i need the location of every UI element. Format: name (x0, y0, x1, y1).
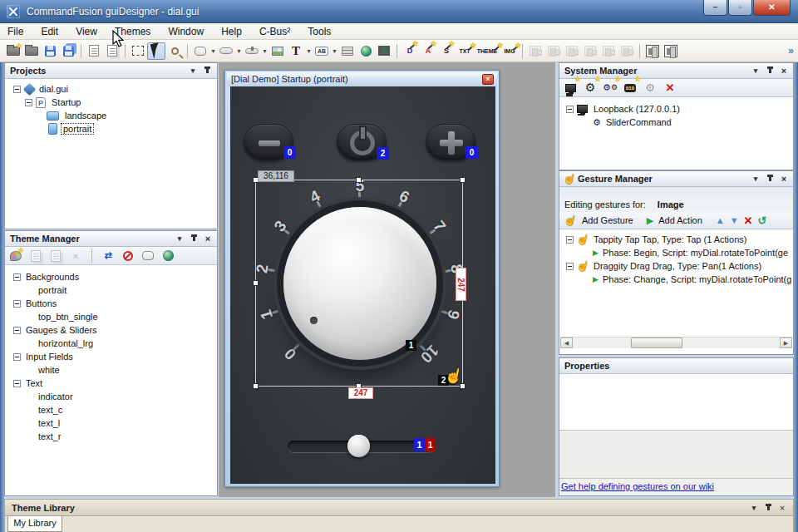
tree-group-buttons[interactable]: Buttons (5, 297, 217, 310)
volume-slider-thumb[interactable] (347, 435, 370, 457)
no-theme-icon[interactable] (121, 249, 135, 263)
device-close-icon[interactable]: × (482, 74, 494, 85)
maximize-button[interactable]: ▫ (728, 0, 752, 16)
menu-window[interactable]: Window (160, 23, 211, 40)
pill-shape-icon[interactable] (217, 42, 235, 60)
list-tool-icon[interactable] (338, 42, 357, 60)
minimize-button[interactable]: – (703, 0, 727, 16)
system-manager-menu-icon[interactable]: ▾ (750, 66, 761, 76)
projects-menu-icon[interactable]: ▾ (187, 66, 199, 76)
scroll-left-icon[interactable]: ◀ (560, 337, 573, 348)
action-wizard-icon[interactable]: A (419, 42, 437, 60)
add-gesture-button[interactable]: Add Gesture (582, 215, 633, 225)
delete-gesture-icon[interactable]: ✕ (744, 214, 753, 227)
selection-handle-n[interactable] (356, 177, 362, 183)
theme-wizard-icon[interactable] (8, 249, 23, 263)
image-wizard-icon[interactable]: IMG (500, 42, 519, 60)
video-tool-icon[interactable] (375, 42, 393, 60)
tree-item-startup[interactable]: P Startup (5, 96, 217, 109)
gesture-horizontal-scrollbar[interactable]: ◀ ▶ (560, 337, 792, 348)
wiki-help-link[interactable]: Get help defining gestures on our wiki (561, 481, 714, 491)
menu-tools[interactable]: Tools (300, 23, 338, 40)
tree-item-text-c[interactable]: text_c (5, 403, 217, 416)
tree-item-bg-portrait[interactable]: portrait (5, 283, 217, 297)
collapse-icon[interactable] (13, 86, 21, 93)
collapse-icon[interactable] (13, 353, 21, 361)
system-wizard-icon[interactable]: S (437, 42, 456, 60)
design-canvas[interactable]: [Dial Demo] Startup (portrait) × 0 2 0 (219, 62, 555, 497)
open-project-icon[interactable] (22, 42, 41, 60)
tree-item-dialgui[interactable]: dial.gui (5, 82, 217, 96)
web-tool-icon[interactable] (357, 42, 375, 60)
add-token-icon[interactable]: 010 (623, 81, 638, 95)
save-icon[interactable] (41, 42, 59, 60)
tree-item-top-btn-single[interactable]: top_btn_single (5, 310, 217, 323)
pill-shape-dropdown-icon[interactable]: ▾ (235, 47, 243, 55)
gesture-manager-close-icon[interactable]: × (778, 174, 790, 185)
new-project-icon[interactable] (4, 42, 22, 60)
align-middle-icon[interactable] (599, 42, 618, 60)
device-window-titlebar[interactable]: [Dial Demo] Startup (portrait) × (227, 72, 497, 86)
menu-view[interactable]: View (68, 23, 105, 40)
image-tool-icon[interactable] (268, 42, 287, 60)
close-button[interactable]: ✕ (753, 0, 791, 16)
page-properties-icon[interactable] (85, 42, 103, 60)
align-center-icon[interactable] (544, 42, 563, 60)
menu-help[interactable]: Help (214, 23, 249, 40)
size-to-height-icon[interactable] (662, 42, 680, 60)
collapse-icon[interactable] (566, 236, 574, 244)
input-tool-dropdown-icon[interactable]: ▾ (331, 47, 338, 55)
selection-handle-ne[interactable] (460, 177, 466, 183)
system-manager-pin-icon[interactable] (764, 66, 776, 76)
input-field-tool-icon[interactable]: AB (313, 42, 331, 60)
collapse-icon[interactable] (13, 380, 21, 387)
tree-item-loopback[interactable]: Loopback (127.0.0.1) (559, 102, 793, 116)
scroll-right-icon[interactable]: ▶ (780, 337, 792, 348)
selection-handle-sw[interactable] (253, 383, 259, 389)
delete-theme-icon[interactable]: × (68, 249, 83, 263)
marquee-select-icon[interactable] (129, 42, 147, 60)
edit-system-icon[interactable]: ⚙ (643, 81, 658, 95)
menu-file[interactable]: File (0, 23, 31, 40)
text-wizard-icon[interactable]: TXT (456, 42, 474, 60)
collapse-icon[interactable] (13, 300, 21, 308)
move-down-icon[interactable]: ▼ (730, 215, 739, 225)
paste-theme-icon[interactable] (48, 249, 63, 263)
save-all-icon[interactable] (59, 42, 77, 60)
scrollbar-thumb[interactable] (631, 337, 682, 348)
align-right-icon[interactable] (563, 42, 581, 60)
device-wizard-icon[interactable]: D (401, 42, 419, 60)
toolbar-overflow-icon[interactable]: » (788, 45, 794, 57)
tree-group-gauges-sliders[interactable]: Gauges & Sliders (5, 323, 217, 337)
move-tool-icon[interactable] (147, 42, 165, 60)
theme-library-pin-icon[interactable] (762, 503, 774, 514)
tree-item-portrait[interactable]: portrait (5, 122, 217, 135)
projects-pin-icon[interactable] (201, 66, 213, 76)
tree-item-indicator[interactable]: indicator (5, 390, 217, 403)
text-tool-dropdown-icon[interactable]: ▾ (305, 47, 313, 55)
button-theme-icon[interactable] (140, 249, 155, 263)
add-macro-icon[interactable]: ⚙⚙ (603, 81, 618, 95)
selection-rectangle[interactable] (255, 180, 463, 387)
add-command-icon[interactable]: ⚙ (583, 81, 598, 95)
theme-manager-pin-icon[interactable] (188, 234, 200, 244)
add-system-icon[interactable] (563, 81, 578, 95)
align-top-icon[interactable] (581, 42, 599, 60)
align-bottom-icon[interactable] (618, 42, 636, 60)
theme-manager-close-icon[interactable]: × (202, 234, 214, 244)
gesture-item-tap[interactable]: ☝ Tappity Tap Tap, Type: Tap (1 Actions) (559, 233, 793, 246)
collapse-icon[interactable] (25, 99, 32, 106)
web-theme-icon[interactable] (160, 249, 175, 263)
tree-item-slidercommand[interactable]: ⚙ SliderCommand (559, 116, 793, 129)
menu-edit[interactable]: Edit (33, 23, 66, 40)
system-manager-close-icon[interactable]: × (778, 66, 790, 76)
tree-item-text-l[interactable]: text_l (5, 416, 217, 430)
tree-group-backgrounds[interactable]: Backgrounds (5, 270, 217, 283)
collapse-icon[interactable] (13, 327, 21, 334)
device-screen[interactable]: 0 2 0 0 1 2 3 4 5 (230, 86, 495, 484)
align-left-icon[interactable] (526, 42, 544, 60)
selection-handle-w[interactable] (253, 280, 259, 286)
tree-item-landscape[interactable]: landscape (5, 109, 217, 122)
zoom-icon[interactable] (165, 42, 184, 60)
tree-item-horizontal-lrg[interactable]: horizontal_lrg (5, 337, 217, 350)
